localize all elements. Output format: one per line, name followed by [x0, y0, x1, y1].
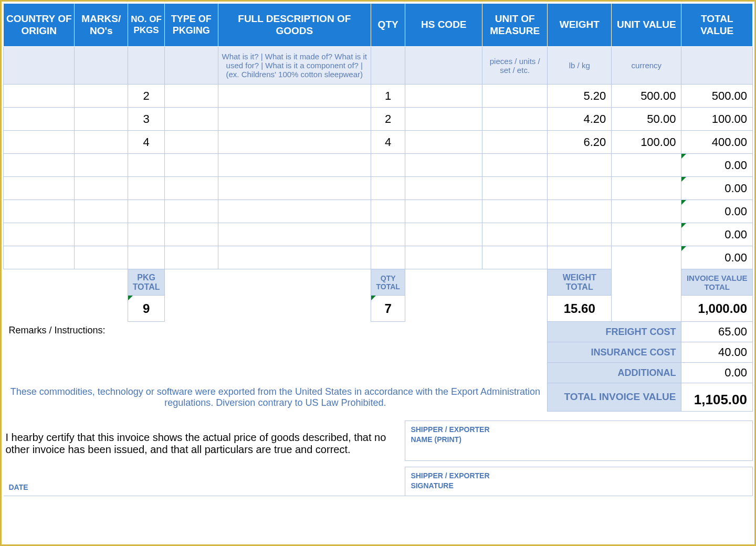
header-row: COUNTRY OF ORIGIN MARKS/ NO's NO. OF PKG…: [4, 4, 753, 47]
col-country: COUNTRY OF ORIGIN: [4, 4, 75, 47]
table-row[interactable]: 0.00: [4, 154, 753, 177]
export-note: These commodities, technology or softwar…: [4, 383, 548, 412]
col-uvalue: UNIT VALUE: [612, 4, 681, 47]
insurance-value[interactable]: 40.00: [681, 342, 753, 363]
table-row[interactable]: 0.00: [4, 177, 753, 200]
insurance-label: INSURANCE COST: [548, 342, 681, 363]
hint-row: What is it? | What is it made of? What i…: [4, 47, 753, 85]
col-pkgs: NO. OF PKGS: [128, 4, 165, 47]
col-pkging: TYPE OF PKGING: [165, 4, 218, 47]
hint-uom: pieces / units / set / etc.: [482, 47, 548, 85]
table-row[interactable]: 0.00: [4, 246, 753, 269]
invoice-total-label: INVOICE VALUE TOTAL: [681, 269, 753, 296]
table-row[interactable]: 0.00: [4, 223, 753, 246]
remarks-label[interactable]: Remarks / Instructions:: [4, 322, 548, 383]
hint-uvalue: currency: [612, 47, 681, 85]
qty-total: 7: [371, 296, 405, 322]
qty-total-label: QTY TOTAL: [371, 269, 405, 296]
additional-value[interactable]: 0.00: [681, 363, 753, 383]
col-desc: FULL DESCRIPTION OF GOODS: [218, 4, 371, 47]
weight-total-label: WEIGHT TOTAL: [548, 269, 612, 296]
shipper-signature-box[interactable]: SHIPPER / EXPORTER SIGNATURE: [405, 467, 753, 496]
hint-desc: What is it? | What is it made of? What i…: [218, 47, 371, 85]
col-uom: UNIT OF MEASURE: [482, 4, 548, 47]
col-tvalue: TOTAL VALUE: [681, 4, 753, 47]
total-invoice-value: 1,105.00: [681, 383, 753, 412]
col-hs: HS CODE: [405, 4, 482, 47]
total-invoice-label: TOTAL INVOICE VALUE: [548, 383, 681, 412]
table-row[interactable]: 3 2 4.20 50.00 100.00: [4, 108, 753, 131]
invoice-table: COUNTRY OF ORIGIN MARKS/ NO's NO. OF PKG…: [3, 3, 753, 496]
col-qty: QTY: [371, 4, 405, 47]
pkg-total-label: PKG TOTAL: [128, 269, 165, 296]
freight-value[interactable]: 65.00: [681, 322, 753, 342]
col-marks: MARKS/ NO's: [75, 4, 128, 47]
freight-label: FREIGHT COST: [548, 322, 681, 342]
weight-total: 15.60: [548, 296, 612, 322]
shipper-name-box[interactable]: SHIPPER / EXPORTER NAME (PRINT): [405, 421, 753, 461]
hint-weight: lb / kg: [548, 47, 612, 85]
certification-text: I hearby certify that this invoice shows…: [4, 421, 405, 461]
col-weight: WEIGHT: [548, 4, 612, 47]
pkg-total: 9: [128, 296, 165, 322]
table-row[interactable]: 0.00: [4, 200, 753, 223]
invoice-value-total: 1,000.00: [681, 296, 753, 322]
table-row[interactable]: 2 1 5.20 500.00 500.00: [4, 85, 753, 108]
additional-label: ADDITIONAL: [548, 363, 681, 383]
table-row[interactable]: 4 4 6.20 100.00 400.00: [4, 131, 753, 154]
date-label[interactable]: DATE: [4, 467, 405, 496]
